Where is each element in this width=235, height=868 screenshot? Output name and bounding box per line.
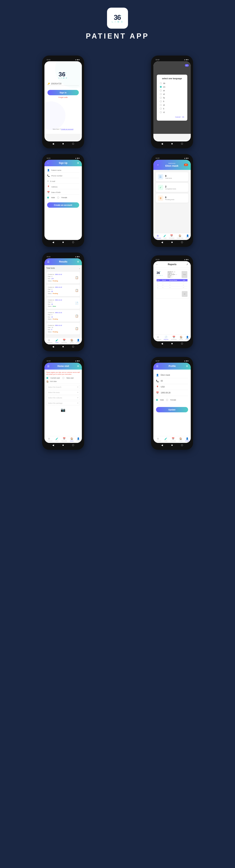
radio-de[interactable] [160,82,162,84]
result-action-5[interactable]: 📋 [75,327,78,330]
nav-tests-r[interactable]: 🧪 Tests [55,339,58,343]
recent-nav-hv[interactable]: ⬡ [71,444,75,447]
result-action-2[interactable]: 📋 [75,289,78,292]
lang-item-it[interactable]: it [160,107,184,111]
nav-tests-pr[interactable]: 🧪 Tests [164,437,167,442]
home-nav-reports[interactable]: ■ [171,342,174,345]
visit-date-input[interactable] [50,380,80,382]
back-nav-dash[interactable]: ◀ [161,241,164,244]
nav-profile-hv[interactable]: 👤 Profile [76,437,80,442]
radio-et[interactable] [160,93,162,95]
radio-it[interactable] [160,108,162,110]
lang-item-en[interactable]: en [160,85,184,89]
back-nav-btn[interactable]: ◀ [52,142,55,145]
back-icon-signup[interactable]: ← [47,162,49,164]
back-nav-btn-lang[interactable]: ◀ [161,142,164,145]
home-nav-btn[interactable]: ■ [62,142,65,145]
lang-item-ar[interactable]: ar [160,89,184,92]
phone-number-input[interactable] [51,175,79,177]
settings-icon-profile[interactable]: ⚙ [186,365,188,368]
nav-profile-pr[interactable]: 👤 Profile [186,437,189,442]
menu-icon-profile[interactable]: ☰ [156,365,159,368]
back-nav-results[interactable]: ◀ [52,345,55,348]
back-nav-signup[interactable]: ◀ [52,241,55,244]
signin-button[interactable]: Sign in [47,90,79,95]
radio-ar[interactable] [160,90,162,91]
nav-dashboard-hv[interactable]: ⊞ Dashboard [46,437,52,442]
home-nav-results[interactable]: ■ [62,345,65,348]
nav-home-hv[interactable]: 🏠 Home [70,437,74,442]
radio-female[interactable] [57,197,59,198]
nav-tests-hv[interactable]: 🧪 Tests [55,437,58,442]
lang-item-de[interactable]: de [160,82,184,85]
branch-dropdown[interactable]: Select the branch ▾ [46,385,80,389]
recent-nav-signup[interactable]: ⬡ [71,241,75,244]
nav-schedule-rpt[interactable]: 📅 Schedule [171,336,177,340]
update-button[interactable]: Update [156,407,188,412]
nav-profile-r[interactable]: 👤 Profile [76,339,80,343]
radio-male[interactable] [47,197,49,198]
tests-dropdown[interactable]: Select the tests ▾ [46,391,80,395]
nav-dashboard-r[interactable]: ⊞ Dashboard [46,339,52,343]
nav-tests[interactable]: 🧪 Tests [164,235,167,239]
nav-schedule-pr[interactable]: 📅 Schedule [170,437,176,442]
lang-item-id[interactable]: id [160,103,184,107]
settings-icon-signup[interactable]: ⚙ [77,162,79,164]
nav-schedule-r[interactable]: 📅 Schedule [61,339,67,343]
create-account-link[interactable]: Create an account [61,128,73,130]
email-input[interactable] [51,180,79,182]
package-dropdown[interactable]: Select the package ▾ [46,401,80,405]
patient-name-input[interactable] [51,169,79,171]
recent-nav-reports[interactable]: ⬡ [180,342,183,345]
nav-dashboard[interactable]: ⊞ Dashboard [155,235,161,239]
recent-nav-profile[interactable]: ⬡ [180,444,183,447]
gender-male[interactable]: Male [47,197,55,198]
menu-icon-results[interactable]: ☰ [47,260,49,263]
profile-gender-female[interactable]: Female [166,399,176,401]
settings-icon-hv[interactable]: ⚙ [77,365,79,368]
home-nav-signup[interactable]: ■ [62,241,65,244]
forget-button[interactable]: Forget code [58,96,68,98]
back-nav-reports[interactable]: ◀ [161,342,164,345]
nav-home-pr[interactable]: 🏠 Home [179,437,182,442]
nav-dashboard-rpt[interactable]: ⊞ Dashboard [155,336,161,340]
lang-cancel-btn[interactable]: Cancel [175,116,180,118]
recent-nav-results[interactable]: ⬡ [71,345,75,348]
home-nav-dash[interactable]: ■ [171,241,174,244]
home-nav-btn-lang[interactable]: ■ [171,142,174,145]
nav-schedule-hv[interactable]: 📅 Schedule [61,437,67,442]
recent-nav-btn[interactable]: ⬡ [71,142,75,145]
filter-icon[interactable]: ▾ [79,268,80,270]
back-nav-profile[interactable]: ◀ [161,444,164,447]
camera-icon[interactable]: 📷 [47,408,79,412]
profile-gender-male[interactable]: Male [156,399,164,401]
menu-icon-hv[interactable]: ☰ [47,365,49,368]
nav-profile-rpt[interactable]: 👤 Profile [186,336,190,340]
result-action-1[interactable]: 📋 [75,276,78,279]
radio-en[interactable] [160,86,162,88]
radio-new-user[interactable] [62,377,64,379]
radio-id[interactable] [160,104,162,106]
lang-item-nl[interactable]: nl [160,111,184,114]
gender-female[interactable]: Female [57,197,67,198]
back-icon-reports[interactable]: ← [156,263,158,266]
radio-current-user[interactable] [46,377,48,379]
cultures-dropdown[interactable]: Select the cultures ▾ [46,396,80,400]
current-user-opt[interactable]: Current user [46,377,60,379]
new-user-opt[interactable]: New user [62,377,74,379]
dob-input[interactable] [51,191,79,193]
home-nav-hv[interactable]: ■ [62,444,65,447]
nav-dashboard-pr[interactable]: ⊞ Dashboard [155,437,161,442]
nav-schedule[interactable]: 📅 Schedule [169,235,174,239]
nav-profile[interactable]: 👤 Profile [186,235,190,239]
nav-homevisit[interactable]: 🏠 Home Visit [177,235,183,239]
home-nav-profile[interactable]: ■ [171,444,174,447]
address-input[interactable] [51,186,79,188]
nav-home-r[interactable]: 🏠 Home [70,339,74,343]
radio-profile-male[interactable] [156,399,158,401]
nav-home-rpt[interactable]: 🏠 Home [179,336,183,340]
radio-profile-female[interactable] [166,399,168,401]
radio-fr[interactable] [160,100,162,102]
recent-nav-btn-lang[interactable]: ⬡ [180,142,183,145]
lang-item-et[interactable]: et [160,92,184,96]
